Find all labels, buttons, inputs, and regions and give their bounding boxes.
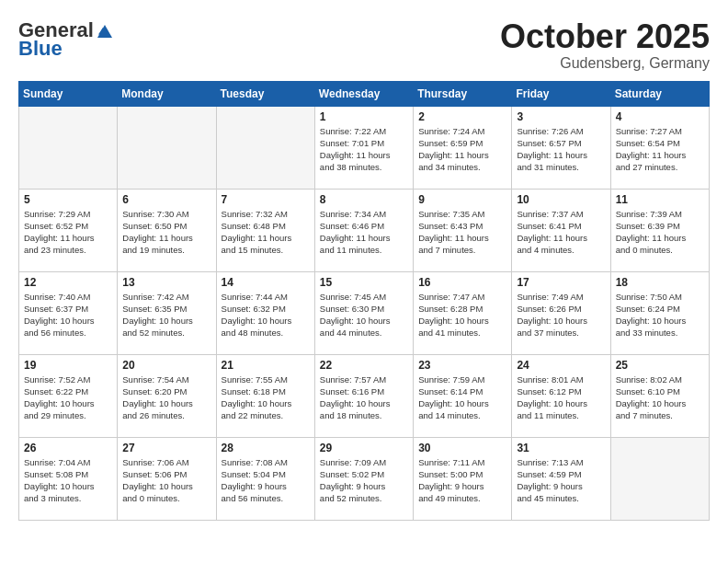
header-monday: Monday <box>118 81 216 106</box>
calendar-cell: 2Sunrise: 7:24 AM Sunset: 6:59 PM Daylig… <box>414 106 512 189</box>
day-info: Sunrise: 7:40 AM Sunset: 6:37 PM Dayligh… <box>24 291 112 339</box>
day-info: Sunrise: 7:49 AM Sunset: 6:26 PM Dayligh… <box>517 291 605 339</box>
day-number: 25 <box>616 359 704 372</box>
day-info: Sunrise: 7:44 AM Sunset: 6:32 PM Dayligh… <box>222 291 310 339</box>
day-info: Sunrise: 7:26 AM Sunset: 6:57 PM Dayligh… <box>517 125 605 174</box>
calendar-cell: 15Sunrise: 7:45 AM Sunset: 6:30 PM Dayli… <box>314 271 413 354</box>
logo-icon <box>96 21 114 40</box>
calendar-cell: 18Sunrise: 7:50 AM Sunset: 6:24 PM Dayli… <box>610 271 709 354</box>
day-info: Sunrise: 7:57 AM Sunset: 6:16 PM Dayligh… <box>320 373 408 422</box>
day-info: Sunrise: 7:55 AM Sunset: 6:18 PM Dayligh… <box>222 373 310 422</box>
calendar-cell: 13Sunrise: 7:42 AM Sunset: 6:35 PM Dayli… <box>118 271 216 354</box>
day-number: 6 <box>122 193 210 206</box>
day-number: 26 <box>24 442 112 454</box>
header-tuesday: Tuesday <box>216 81 314 106</box>
day-number: 9 <box>418 193 506 206</box>
calendar-cell <box>118 106 216 189</box>
calendar-cell: 9Sunrise: 7:35 AM Sunset: 6:43 PM Daylig… <box>414 189 512 271</box>
day-number: 18 <box>616 276 704 289</box>
header-thursday: Thursday <box>414 81 512 106</box>
calendar-cell: 7Sunrise: 7:32 AM Sunset: 6:48 PM Daylig… <box>216 189 314 271</box>
calendar-cell: 21Sunrise: 7:55 AM Sunset: 6:18 PM Dayli… <box>216 354 314 437</box>
calendar-cell: 20Sunrise: 7:54 AM Sunset: 6:20 PM Dayli… <box>118 354 216 437</box>
day-info: Sunrise: 7:59 AM Sunset: 6:14 PM Dayligh… <box>418 373 506 422</box>
day-info: Sunrise: 7:35 AM Sunset: 6:43 PM Dayligh… <box>418 208 506 257</box>
day-info: Sunrise: 7:11 AM Sunset: 5:00 PM Dayligh… <box>418 456 506 505</box>
day-number: 24 <box>517 359 605 372</box>
calendar-cell: 17Sunrise: 7:49 AM Sunset: 6:26 PM Dayli… <box>512 271 610 354</box>
day-info: Sunrise: 7:24 AM Sunset: 6:59 PM Dayligh… <box>418 125 506 174</box>
header-saturday: Saturday <box>610 81 709 106</box>
calendar-table: SundayMondayTuesdayWednesdayThursdayFrid… <box>18 81 710 521</box>
day-info: Sunrise: 7:39 AM Sunset: 6:39 PM Dayligh… <box>616 208 704 257</box>
day-number: 3 <box>517 110 605 123</box>
calendar-cell: 22Sunrise: 7:57 AM Sunset: 6:16 PM Dayli… <box>314 354 413 437</box>
day-info: Sunrise: 7:32 AM Sunset: 6:48 PM Dayligh… <box>222 208 310 257</box>
calendar-cell: 28Sunrise: 7:08 AM Sunset: 5:04 PM Dayli… <box>216 437 314 520</box>
day-info: Sunrise: 7:22 AM Sunset: 7:01 PM Dayligh… <box>320 125 408 174</box>
calendar-cell <box>19 106 118 189</box>
week-row-5: 26Sunrise: 7:04 AM Sunset: 5:08 PM Dayli… <box>19 437 710 520</box>
header-sunday: Sunday <box>19 81 118 106</box>
day-info: Sunrise: 7:27 AM Sunset: 6:54 PM Dayligh… <box>616 125 704 174</box>
week-row-3: 12Sunrise: 7:40 AM Sunset: 6:37 PM Dayli… <box>19 271 710 354</box>
calendar-cell: 14Sunrise: 7:44 AM Sunset: 6:32 PM Dayli… <box>216 271 314 354</box>
calendar-cell: 6Sunrise: 7:30 AM Sunset: 6:50 PM Daylig… <box>118 189 216 271</box>
calendar-cell: 27Sunrise: 7:06 AM Sunset: 5:06 PM Dayli… <box>118 437 216 520</box>
calendar-cell: 11Sunrise: 7:39 AM Sunset: 6:39 PM Dayli… <box>610 189 709 271</box>
day-number: 15 <box>320 276 408 289</box>
day-number: 23 <box>418 359 506 372</box>
week-row-2: 5Sunrise: 7:29 AM Sunset: 6:52 PM Daylig… <box>19 189 710 271</box>
day-number: 29 <box>320 442 408 454</box>
day-info: Sunrise: 7:04 AM Sunset: 5:08 PM Dayligh… <box>24 456 112 505</box>
calendar-cell: 24Sunrise: 8:01 AM Sunset: 6:12 PM Dayli… <box>512 354 610 437</box>
day-number: 22 <box>320 359 408 372</box>
week-row-4: 19Sunrise: 7:52 AM Sunset: 6:22 PM Dayli… <box>19 354 710 437</box>
week-row-1: 1Sunrise: 7:22 AM Sunset: 7:01 PM Daylig… <box>19 106 710 189</box>
day-number: 16 <box>418 276 506 289</box>
calendar-cell: 16Sunrise: 7:47 AM Sunset: 6:28 PM Dayli… <box>414 271 512 354</box>
day-info: Sunrise: 7:06 AM Sunset: 5:06 PM Dayligh… <box>122 456 210 505</box>
day-info: Sunrise: 7:50 AM Sunset: 6:24 PM Dayligh… <box>616 291 704 339</box>
day-number: 5 <box>24 193 112 206</box>
calendar-cell: 3Sunrise: 7:26 AM Sunset: 6:57 PM Daylig… <box>512 106 610 189</box>
calendar-cell: 23Sunrise: 7:59 AM Sunset: 6:14 PM Dayli… <box>414 354 512 437</box>
calendar-cell: 12Sunrise: 7:40 AM Sunset: 6:37 PM Dayli… <box>19 271 118 354</box>
day-info: Sunrise: 7:29 AM Sunset: 6:52 PM Dayligh… <box>24 208 112 257</box>
day-info: Sunrise: 7:52 AM Sunset: 6:22 PM Dayligh… <box>24 373 112 422</box>
month-title: October 2025 <box>500 18 710 55</box>
day-number: 10 <box>517 193 605 206</box>
day-info: Sunrise: 7:42 AM Sunset: 6:35 PM Dayligh… <box>122 291 210 339</box>
header-wednesday: Wednesday <box>314 81 413 106</box>
calendar-cell <box>610 437 709 520</box>
logo-blue: Blue <box>18 37 63 61</box>
day-number: 17 <box>517 276 605 289</box>
logo: General Blue <box>18 18 114 61</box>
calendar-cell: 5Sunrise: 7:29 AM Sunset: 6:52 PM Daylig… <box>19 189 118 271</box>
calendar-cell: 31Sunrise: 7:13 AM Sunset: 4:59 PM Dayli… <box>512 437 610 520</box>
day-number: 2 <box>418 110 506 123</box>
header-row: SundayMondayTuesdayWednesdayThursdayFrid… <box>19 81 710 106</box>
day-number: 1 <box>320 110 408 123</box>
calendar-cell: 19Sunrise: 7:52 AM Sunset: 6:22 PM Dayli… <box>19 354 118 437</box>
calendar-cell: 25Sunrise: 8:02 AM Sunset: 6:10 PM Dayli… <box>610 354 709 437</box>
day-number: 30 <box>418 442 506 454</box>
day-number: 4 <box>616 110 704 123</box>
day-number: 12 <box>24 276 112 289</box>
day-number: 7 <box>222 193 310 206</box>
header-friday: Friday <box>512 81 610 106</box>
day-number: 19 <box>24 359 112 372</box>
day-number: 14 <box>222 276 310 289</box>
day-info: Sunrise: 7:08 AM Sunset: 5:04 PM Dayligh… <box>222 456 310 505</box>
calendar-cell <box>216 106 314 189</box>
day-info: Sunrise: 7:09 AM Sunset: 5:02 PM Dayligh… <box>320 456 408 505</box>
day-info: Sunrise: 7:47 AM Sunset: 6:28 PM Dayligh… <box>418 291 506 339</box>
title-block: October 2025 Gudensberg, Germany <box>500 18 710 72</box>
day-number: 28 <box>222 442 310 454</box>
location: Gudensberg, Germany <box>500 55 710 72</box>
day-info: Sunrise: 7:13 AM Sunset: 4:59 PM Dayligh… <box>517 456 605 505</box>
day-number: 8 <box>320 193 408 206</box>
day-info: Sunrise: 7:45 AM Sunset: 6:30 PM Dayligh… <box>320 291 408 339</box>
day-info: Sunrise: 7:54 AM Sunset: 6:20 PM Dayligh… <box>122 373 210 422</box>
day-info: Sunrise: 7:34 AM Sunset: 6:46 PM Dayligh… <box>320 208 408 257</box>
